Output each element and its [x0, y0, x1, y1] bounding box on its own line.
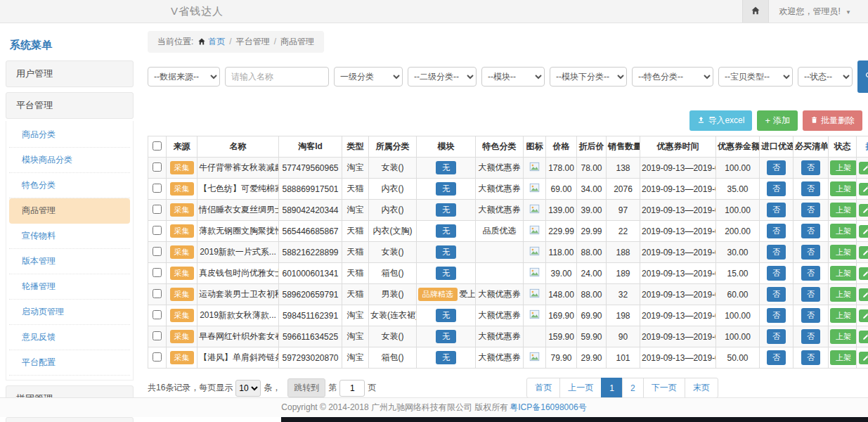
import-select-toggle[interactable]: 否 [767, 224, 786, 238]
status-button[interactable]: 上架 [830, 350, 857, 365]
status-button[interactable]: 上架 [830, 308, 857, 323]
import-select-toggle[interactable]: 否 [767, 287, 786, 302]
edit-button pencil-icon[interactable] [859, 309, 868, 322]
row-checkbox[interactable] [153, 310, 162, 319]
sidebar-item-sub[interactable]: 特色分类 [9, 173, 130, 198]
status-button[interactable]: 上架 [830, 160, 857, 175]
sidebar-item-sub[interactable]: 平台配置 [9, 350, 130, 376]
row-checkbox[interactable] [153, 162, 162, 172]
home-button[interactable] [742, 0, 769, 23]
module-badge: 品牌精选 [418, 288, 458, 301]
page-button-1[interactable]: 1 [601, 378, 623, 398]
breadcrumb-home-link[interactable]: 首页 [208, 37, 225, 46]
must-buy-toggle[interactable]: 否 [801, 350, 820, 365]
import-select-toggle[interactable]: 否 [767, 329, 786, 344]
table-row: 采集牛仔背带裤女秋装减龄...577479560965淘宝女装()无大额优惠券1… [148, 158, 868, 179]
status-button[interactable]: 上架 [830, 181, 857, 196]
sidebar-item-sub[interactable]: 版本管理 [9, 249, 130, 274]
must-buy-toggle[interactable]: 否 [801, 245, 820, 260]
jump-page-input[interactable] [339, 380, 365, 397]
coupon-time-cell: 2019-09-13—2019-09-17 [640, 158, 716, 179]
module-select[interactable]: --模块-- [481, 67, 545, 87]
row-checkbox[interactable] [153, 226, 162, 235]
must-buy-toggle[interactable]: 否 [801, 181, 820, 196]
page-button-上一页[interactable]: 上一页 [559, 378, 602, 398]
edit-button pencil-icon[interactable] [859, 352, 868, 364]
type-cell: 天猫 [342, 221, 369, 242]
status-button[interactable]: 上架 [830, 329, 857, 344]
name-cell: 情侣睡衣女夏丝绸男士... [197, 200, 279, 221]
sidebar-item-sub[interactable]: 宣传物料 [9, 224, 130, 249]
status-button[interactable]: 上架 [830, 245, 857, 260]
sidebar-item-sub[interactable]: 商品分类 [9, 122, 130, 148]
search-button[interactable]: 查询 [857, 60, 868, 93]
level2-category-select[interactable]: --二级分类-- [408, 67, 477, 87]
must-buy-toggle[interactable]: 否 [801, 160, 820, 175]
icon-cell [524, 326, 546, 347]
must-buy-toggle[interactable]: 否 [801, 287, 820, 302]
coupon-amount-cell: 200.00 [716, 221, 760, 242]
sidebar-item-group[interactable]: 省惠快报 [6, 417, 134, 422]
row-checkbox[interactable] [153, 352, 162, 362]
source-select[interactable]: --数据来源-- [148, 67, 220, 87]
must-buy-toggle[interactable]: 否 [801, 329, 820, 344]
sidebar-item-active[interactable]: 商品管理 [9, 198, 130, 224]
sidebar-item-group[interactable]: 用户管理 [6, 60, 134, 87]
import-select-toggle[interactable]: 否 [767, 203, 786, 217]
row-checkbox[interactable] [153, 247, 162, 256]
per-page-select[interactable]: 10 [235, 380, 261, 397]
edit-button pencil-icon[interactable] [859, 267, 868, 280]
jump-button[interactable]: 跳转到 [287, 378, 325, 397]
import-select-toggle[interactable]: 否 [767, 181, 786, 196]
level1-category-select[interactable]: 一级分类 [334, 67, 403, 87]
row-checkbox[interactable] [153, 331, 162, 340]
feature-category-select[interactable]: --特色分类-- [632, 67, 713, 87]
sidebar-item-sub[interactable]: 轮播管理 [9, 274, 130, 300]
type-cell: 淘宝 [342, 347, 369, 369]
import-select-toggle[interactable]: 否 [767, 350, 786, 365]
page-button-首页[interactable]: 首页 [526, 378, 560, 398]
select-all-checkbox[interactable] [153, 141, 162, 151]
status-button[interactable]: 上架 [830, 224, 857, 238]
sidebar-item-sub[interactable]: 启动页管理 [9, 300, 130, 325]
edit-button pencil-icon[interactable] [859, 204, 868, 217]
table-row: 采集早春网红针织外套女春...596611634525淘宝女装()无大额优惠券1… [148, 326, 868, 347]
must-buy-toggle[interactable]: 否 [801, 308, 820, 323]
edit-button pencil-icon[interactable] [859, 225, 868, 238]
user-menu[interactable]: 欢迎您，管理员! ▼ [769, 6, 868, 18]
status-button[interactable]: 上架 [830, 287, 857, 302]
status-button[interactable]: 上架 [830, 266, 857, 281]
import-select-toggle[interactable]: 否 [767, 266, 786, 281]
import-excel-button[interactable]: 导入excel [689, 110, 752, 131]
import-select-toggle[interactable]: 否 [767, 308, 786, 323]
module-sub-category-select[interactable]: --模块下分类-- [550, 67, 627, 87]
sidebar-item-sub[interactable]: 意见反馈 [9, 325, 130, 350]
batch-delete-button[interactable]: 批量删除 [803, 110, 862, 131]
edit-button pencil-icon[interactable] [859, 331, 868, 343]
edit-button pencil-icon[interactable] [859, 162, 868, 174]
sidebar-item-group[interactable]: 平台管理 [6, 92, 134, 119]
import-select-toggle[interactable]: 否 [767, 160, 786, 175]
status-button[interactable]: 上架 [830, 203, 857, 217]
edit-button pencil-icon[interactable] [859, 246, 868, 259]
taoke-id-cell: 596611634525 [279, 326, 342, 347]
add-button[interactable]: + 添加 [757, 110, 798, 131]
icp-link[interactable]: 粤ICP备16098006号 [510, 402, 586, 414]
row-checkbox[interactable] [153, 268, 162, 277]
sidebar-item-sub[interactable]: 模块商品分类 [9, 148, 130, 173]
edit-button pencil-icon[interactable] [859, 183, 868, 196]
import-select-toggle[interactable]: 否 [767, 245, 786, 260]
name-input[interactable] [225, 67, 329, 87]
page-button-下一页[interactable]: 下一页 [643, 378, 685, 398]
row-checkbox[interactable] [153, 289, 162, 298]
must-buy-toggle[interactable]: 否 [801, 203, 820, 217]
row-checkbox[interactable] [153, 205, 162, 214]
edit-button pencil-icon[interactable] [859, 288, 868, 301]
status-select[interactable]: --状态-- [798, 67, 853, 87]
must-buy-toggle[interactable]: 否 [801, 224, 820, 238]
page-button-末页[interactable]: 末页 [685, 378, 718, 398]
item-type-select[interactable]: --宝贝类型-- [718, 67, 793, 87]
row-checkbox[interactable] [153, 184, 162, 193]
page-button-2[interactable]: 2 [622, 378, 644, 398]
must-buy-toggle[interactable]: 否 [801, 266, 820, 281]
